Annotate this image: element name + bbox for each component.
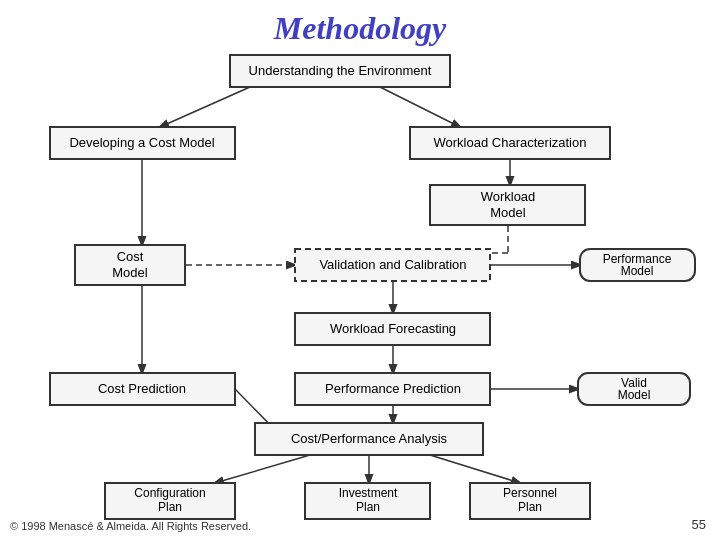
svg-line-3 xyxy=(380,87,460,127)
svg-text:Plan: Plan xyxy=(518,500,542,514)
workload-forecast-label: Workload Forecasting xyxy=(330,321,456,336)
page-number: 55 xyxy=(692,517,706,532)
perf-prediction-label: Performance Prediction xyxy=(325,381,461,396)
diagram: Understanding the Environment Developing… xyxy=(0,45,720,535)
svg-text:Plan: Plan xyxy=(356,500,380,514)
page: Methodology Understanding the Environmen… xyxy=(0,0,720,540)
workload-char-label: Workload Characterization xyxy=(434,135,587,150)
svg-text:Model: Model xyxy=(490,205,526,220)
svg-line-30 xyxy=(215,455,310,483)
config-plan-label: Configuration xyxy=(134,486,205,500)
svg-text:Model: Model xyxy=(621,264,654,278)
cost-prediction-label: Cost Prediction xyxy=(98,381,186,396)
understanding-label: Understanding the Environment xyxy=(249,63,432,78)
cost-model-label: Cost xyxy=(117,249,144,264)
personnel-plan-label: Personnel xyxy=(503,486,557,500)
developing-label: Developing a Cost Model xyxy=(69,135,214,150)
page-title: Methodology xyxy=(10,10,710,47)
svg-line-32 xyxy=(430,455,520,483)
svg-text:Plan: Plan xyxy=(158,500,182,514)
svg-text:Model: Model xyxy=(618,388,651,402)
investment-plan-label: Investment xyxy=(339,486,398,500)
workload-model-label: Workload xyxy=(481,189,536,204)
copyright: © 1998 Menascé & Almeida. All Rights Res… xyxy=(10,520,251,532)
svg-text:Model: Model xyxy=(112,265,148,280)
cost-perf-label: Cost/Performance Analysis xyxy=(291,431,448,446)
svg-line-1 xyxy=(160,87,250,127)
validation-label: Validation and Calibration xyxy=(319,257,466,272)
